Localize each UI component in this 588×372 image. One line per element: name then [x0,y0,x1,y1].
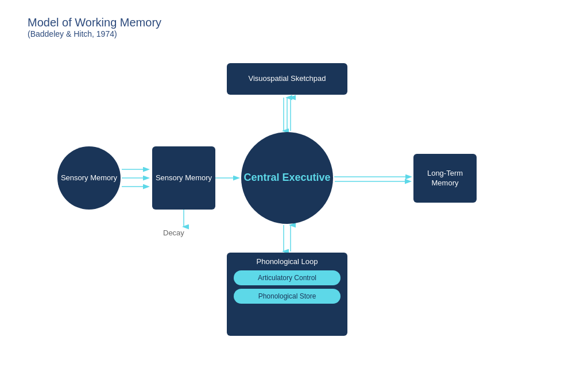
page-title: Model of Working Memory [28,16,161,29]
phonological-loop: Phonological Loop Articulatory Control P… [227,253,347,336]
articulatory-control: Articulatory Control [234,270,341,285]
visuospatial-sketchpad: Visuospatial Sketchpad [227,63,347,95]
page: Model of Working Memory (Baddeley & Hitc… [0,0,588,372]
page-subtitle: (Baddeley & Hitch, 1974) [28,29,161,38]
title-block: Model of Working Memory (Baddeley & Hitc… [28,16,161,38]
longterm-memory: Long-Term Memory [413,154,477,203]
phonological-loop-title: Phonological Loop [234,257,341,266]
phonological-store: Phonological Store [234,289,341,304]
central-executive: Central Executive [241,132,333,224]
sensory-memory-rect: Sensory Memory [152,146,215,210]
diagram: Sensory Memory Sensory Memory Central Ex… [0,46,588,367]
decay-label: Decay [163,228,184,237]
sensory-memory-circle: Sensory Memory [57,146,121,210]
